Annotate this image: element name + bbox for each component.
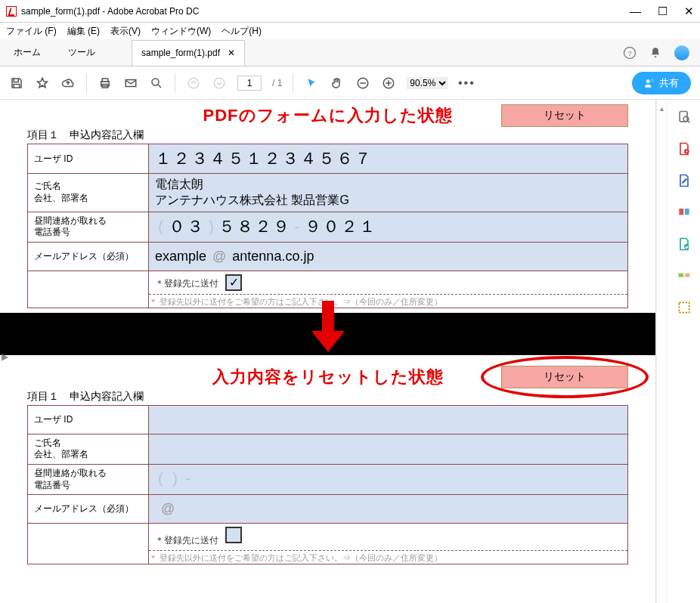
page-total: / 1	[272, 78, 282, 88]
svg-line-21	[688, 121, 690, 123]
document-toolbar: / 1 90.5% ••• 共有	[0, 66, 700, 100]
svg-point-8	[188, 78, 199, 88]
zoom-in-icon[interactable]	[381, 76, 396, 91]
page-up-icon[interactable]	[186, 76, 201, 91]
hand-tool-icon[interactable]	[330, 76, 345, 91]
reset-button-highlighted[interactable]: リセット	[501, 366, 628, 388]
field-email[interactable]: example@antenna.co.jp	[149, 242, 628, 271]
print-icon[interactable]	[98, 76, 113, 91]
label-email: メールアドレス（必須）	[28, 495, 149, 524]
svg-text:+: +	[685, 149, 688, 154]
field-user-id[interactable]	[149, 405, 628, 434]
label-phone: 昼間連絡が取れる電話番号	[28, 464, 149, 494]
tab-document-label: sample_form(1).pdf	[141, 48, 220, 58]
mail-icon[interactable]	[123, 76, 138, 91]
svg-rect-28	[684, 274, 689, 277]
window-titlebar: sample_form(1).pdf - Adobe Acrobat Pro D…	[0, 0, 700, 23]
note-text: ＊ 登録先以外に送付をご希望の方はご記入下さい。⇒（今回のみ／住所変更）	[149, 550, 627, 564]
tab-document[interactable]: sample_form(1).pdf ✕	[132, 40, 245, 66]
tab-home[interactable]: ホーム	[0, 39, 54, 66]
page-number-input[interactable]	[237, 76, 262, 91]
menu-file[interactable]: ファイル (F)	[6, 25, 57, 38]
svg-rect-27	[678, 274, 683, 277]
field-name[interactable]	[149, 434, 628, 464]
checkbox-send[interactable]	[225, 527, 242, 543]
organize-icon[interactable]	[676, 236, 692, 252]
divider-band	[0, 313, 655, 355]
field-phone[interactable]: ()-	[149, 464, 628, 494]
form-table-empty: ユーザ ID ご氏名会社、部署名 昼間連絡が取れる電話番号	[27, 405, 628, 564]
svg-line-7	[158, 85, 161, 88]
label-name: ご氏名会社、部署名	[28, 174, 149, 212]
menu-window[interactable]: ウィンドウ(W)	[151, 25, 211, 38]
scrollbar[interactable]: ▴	[656, 100, 667, 603]
minimize-button[interactable]: —	[630, 5, 641, 18]
form-table-filled: ユーザ ID １２３４５１２３４５６７ ご氏名会社、部署名 電信太朗アンテナハウ…	[27, 144, 628, 308]
overflow-icon[interactable]: •••	[459, 76, 474, 91]
label-email: メールアドレス（必須）	[28, 242, 149, 271]
search-icon[interactable]	[149, 76, 164, 91]
svg-point-6	[152, 79, 159, 85]
edit-pdf-icon[interactable]	[676, 172, 692, 189]
field-phone[interactable]: (０３)５８２９-９０２１	[149, 212, 628, 242]
cloud-icon[interactable]	[60, 76, 76, 91]
section-title: 項目１ 申込内容記入欄	[27, 128, 628, 142]
avatar[interactable]	[674, 45, 689, 60]
svg-rect-24	[679, 209, 683, 215]
menu-view[interactable]: 表示(V)	[110, 25, 141, 38]
export-pdf-icon[interactable]	[676, 204, 692, 221]
menu-edit[interactable]: 編集 (E)	[67, 25, 100, 38]
label-user-id: ユーザ ID	[28, 144, 149, 174]
reset-button[interactable]: リセット	[501, 104, 628, 127]
svg-point-15	[646, 79, 650, 83]
note-text: ＊ 登録先以外に送付をご希望の方はご記入下さい。⇒（今回のみ／住所変更）	[149, 294, 627, 308]
zoom-select[interactable]: 90.5%	[407, 77, 448, 89]
sign-icon[interactable]	[676, 299, 692, 316]
window-title: sample_form(1).pdf - Adobe Acrobat Pro D…	[21, 6, 630, 17]
svg-rect-25	[684, 209, 689, 215]
field-user-id[interactable]: １２３４５１２３４５６７	[149, 144, 628, 174]
save-icon[interactable]	[9, 76, 24, 91]
share-label: 共有	[659, 76, 679, 90]
svg-point-9	[214, 78, 225, 88]
svg-rect-3	[102, 79, 108, 82]
label-send: ＊登録先に送付	[155, 534, 223, 547]
page-down-icon[interactable]	[212, 76, 227, 91]
field-email[interactable]: @	[149, 495, 628, 524]
right-tool-rail: +	[667, 100, 700, 603]
document-pane: ▶ PDFのフォームに入力した状態 リセット 項目１ 申込内容記入欄 ユーザ I…	[0, 100, 656, 603]
tab-bar: ホーム ツール sample_form(1).pdf ✕ ?	[0, 39, 700, 66]
label-send: ＊登録先に送付	[155, 277, 223, 290]
field-name[interactable]: 電信太朗アンテナハウス株式会社 製品営業G	[149, 174, 628, 212]
select-tool-icon[interactable]	[304, 76, 319, 91]
help-icon[interactable]: ?	[623, 46, 637, 60]
menu-help[interactable]: ヘルプ(H)	[221, 25, 262, 38]
svg-rect-29	[679, 302, 689, 312]
share-button[interactable]: 共有	[632, 72, 691, 94]
close-button[interactable]: ✕	[684, 5, 694, 18]
menu-bar: ファイル (F) 編集 (E) 表示(V) ウィンドウ(W) ヘルプ(H)	[0, 23, 700, 39]
label-user-id: ユーザ ID	[28, 405, 149, 434]
create-pdf-icon[interactable]: +	[676, 141, 692, 157]
maximize-button[interactable]: ☐	[658, 5, 667, 18]
app-icon	[6, 6, 17, 17]
tab-close-icon[interactable]: ✕	[228, 48, 235, 58]
comment-icon[interactable]	[676, 267, 692, 284]
label-phone: 昼間連絡が取れる電話番号	[28, 212, 149, 242]
checkbox-send[interactable]: ✓	[225, 274, 242, 291]
search-page-icon[interactable]	[676, 109, 692, 125]
svg-text:?: ?	[627, 48, 632, 57]
zoom-out-icon[interactable]	[355, 76, 370, 91]
bell-icon[interactable]	[649, 46, 662, 60]
tab-tools[interactable]: ツール	[54, 39, 109, 66]
label-name: ご氏名会社、部署名	[28, 434, 149, 464]
star-icon[interactable]	[35, 76, 50, 91]
